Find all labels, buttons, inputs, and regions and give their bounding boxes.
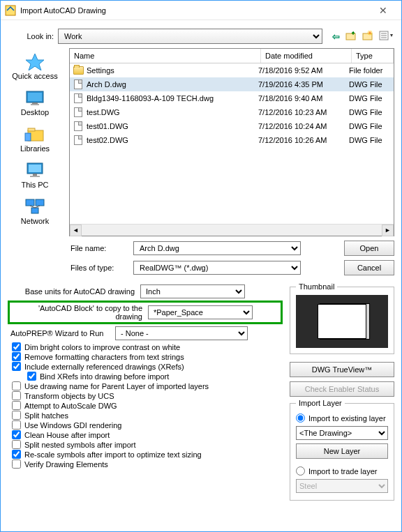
lookin-select[interactable]: Work <box>58 29 322 44</box>
option-checkbox[interactable] <box>12 459 21 469</box>
file-date: 7/12/2016 10:26 AM <box>258 136 349 144</box>
scroll-left-icon[interactable]: ◄ <box>70 225 82 236</box>
option-row: Transform objects by UCS <box>8 391 283 400</box>
file-row[interactable]: Settings7/18/2016 9:52 AMFile folder <box>70 63 394 77</box>
filetype-label: Files of type: <box>66 264 133 272</box>
svg-rect-9 <box>28 93 42 101</box>
option-checkbox[interactable] <box>12 430 21 439</box>
check-enabler-button: Check Enabler Status <box>290 381 394 397</box>
svg-rect-19 <box>26 199 34 206</box>
trade-layer-label: Import to trade layer <box>308 467 377 476</box>
option-checkbox[interactable] <box>12 381 21 390</box>
file-row[interactable]: Arch D.dwg7/19/2016 4:35 PMDWG File <box>70 77 394 91</box>
wizard-select[interactable]: - None - <box>115 326 248 340</box>
new-layer-button[interactable]: New Layer <box>296 443 388 459</box>
file-row[interactable]: test.DWG7/12/2016 10:23 AMDWG File <box>70 105 394 119</box>
file-row[interactable]: test02.DWG7/12/2016 10:26 AMDWG File <box>70 133 394 147</box>
col-type[interactable]: Type <box>352 49 394 63</box>
places-bar: Quick access Desktop Libraries This PC N… <box>8 48 62 236</box>
existing-layer-radio[interactable] <box>296 413 305 423</box>
option-label: Use drawing name for Parent Layer of imp… <box>24 382 209 390</box>
option-checkbox[interactable] <box>12 401 21 410</box>
view-menu-icon[interactable] <box>379 31 394 43</box>
baseunits-select[interactable]: Inch <box>140 284 245 298</box>
block-label: 'AutoCAD Block' to copy to the drawing <box>11 304 148 321</box>
option-checkbox[interactable] <box>12 450 21 459</box>
filename-label: File name: <box>66 244 133 252</box>
option-row: Split hatches <box>8 411 283 420</box>
file-name: Settings <box>87 66 258 75</box>
option-label: Transform objects by UCS <box>24 392 114 400</box>
file-type: DWG File <box>349 108 391 116</box>
option-row: Bind XRefs into drawing before import <box>8 372 283 381</box>
svg-rect-2 <box>363 33 372 40</box>
file-row[interactable]: Bldg1349-1168093-A-109 TECH.dwg7/18/2016… <box>70 91 394 105</box>
file-icon <box>73 93 84 104</box>
option-label: Remove formatting characters from text s… <box>24 353 184 361</box>
horizontal-scrollbar[interactable]: ◄ ► <box>70 224 394 236</box>
filetype-select[interactable]: RealDWG™ (*.dwg) <box>133 261 301 275</box>
option-label: Dim bright colors to improve contrast on… <box>24 343 180 351</box>
option-checkbox[interactable] <box>12 391 21 400</box>
dwg-trueview-button[interactable]: DWG TrueView™ <box>290 362 394 377</box>
existing-layer-select[interactable]: <The Drawing> <box>296 426 388 440</box>
option-row: Dim bright colors to improve contrast on… <box>8 342 283 351</box>
lookin-label: Look in: <box>8 32 58 40</box>
folder-icon <box>73 65 84 76</box>
option-row: Split nested symbols after import <box>8 440 283 449</box>
option-checkbox[interactable] <box>12 411 21 420</box>
option-checkbox[interactable] <box>12 440 21 449</box>
option-row: Re-scale symbols after import to optimiz… <box>8 450 283 459</box>
svg-rect-13 <box>28 128 35 131</box>
import-layer-group: Import Layer Import to existing layer <T… <box>290 399 394 501</box>
option-row: Use drawing name for Parent Layer of imp… <box>8 381 283 390</box>
col-date[interactable]: Date modified <box>261 49 352 63</box>
option-checkbox[interactable] <box>12 342 21 351</box>
place-this-pc[interactable]: This PC <box>21 161 48 189</box>
place-network[interactable]: Network <box>21 197 49 225</box>
option-label: Split nested symbols after import <box>24 441 136 449</box>
option-row: Attempt to AutoScale DWG <box>8 401 283 410</box>
svg-rect-18 <box>30 176 40 177</box>
file-type: DWG File <box>349 80 391 89</box>
col-name[interactable]: Name <box>70 49 261 63</box>
option-checkbox[interactable] <box>12 352 21 361</box>
option-checkbox[interactable] <box>12 362 21 371</box>
scroll-right-icon[interactable]: ► <box>382 225 394 236</box>
new-folder-icon[interactable] <box>362 31 373 43</box>
filename-input[interactable]: Arch D.dwg <box>133 241 301 255</box>
back-icon[interactable]: ⇦ <box>332 31 340 42</box>
svg-rect-16 <box>29 165 41 172</box>
baseunits-label: Base units for AutoCAD drawing <box>8 287 140 296</box>
open-button[interactable]: Open <box>344 241 394 256</box>
trade-layer-radio[interactable] <box>296 466 305 476</box>
option-label: Bind XRefs into drawing before import <box>40 372 169 381</box>
highlighted-option: 'AutoCAD Block' to copy to the drawing *… <box>8 301 283 324</box>
block-select[interactable]: *Paper_Space <box>148 305 253 319</box>
close-button[interactable]: ✕ <box>369 5 397 16</box>
svg-rect-14 <box>25 133 31 141</box>
place-libraries[interactable]: Libraries <box>20 125 50 153</box>
file-list-header[interactable]: Name Date modified Type <box>70 49 394 63</box>
import-layer-legend: Import Layer <box>296 399 345 407</box>
file-list[interactable]: Name Date modified Type Settings7/18/201… <box>69 48 394 236</box>
option-checkbox[interactable] <box>12 420 21 430</box>
file-type: DWG File <box>349 122 391 130</box>
option-label: Clean House after import <box>24 431 110 439</box>
thumbnail-preview <box>296 295 388 348</box>
file-row[interactable]: test01.DWG7/12/2016 10:24 AMDWG File <box>70 119 394 133</box>
option-label: Re-scale symbols after import to optimiz… <box>24 450 202 459</box>
file-type: DWG File <box>349 94 391 102</box>
place-desktop[interactable]: Desktop <box>21 89 49 116</box>
app-icon <box>5 5 16 16</box>
option-checkbox[interactable] <box>27 372 36 381</box>
option-label: Attempt to AutoScale DWG <box>24 402 117 410</box>
option-row: Clean House after import <box>8 430 283 439</box>
up-folder-icon[interactable] <box>345 31 357 43</box>
svg-rect-10 <box>32 102 38 104</box>
cancel-button[interactable]: Cancel <box>344 260 394 275</box>
file-name: test.DWG <box>87 108 258 116</box>
place-quick-access[interactable]: Quick access <box>12 52 57 80</box>
file-icon <box>73 107 84 118</box>
svg-rect-20 <box>36 199 44 206</box>
